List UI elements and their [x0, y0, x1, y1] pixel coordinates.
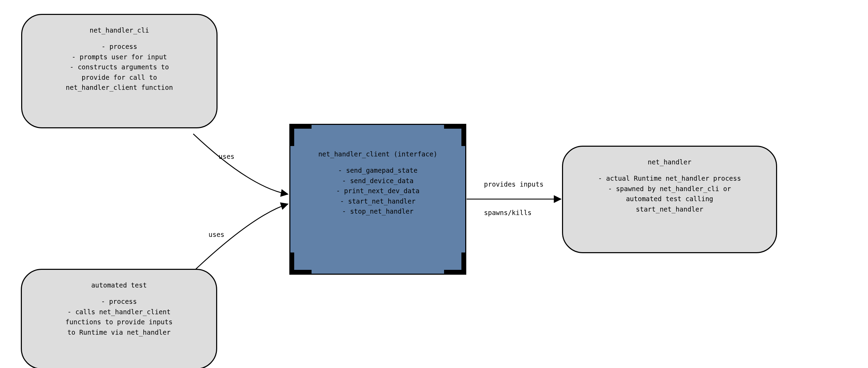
node-handler-title: net_handler	[648, 157, 691, 167]
node-net-handler-client: net_handler_client (interface) - send_ga…	[289, 124, 466, 275]
node-cli-body: - process - prompts user for input - con…	[66, 42, 173, 93]
bracket-icon	[444, 253, 466, 275]
bracket-icon	[289, 253, 312, 275]
edge-label-spawns-kills: spawns/kills	[484, 209, 531, 216]
edge-label-provides-inputs: provides inputs	[484, 180, 544, 188]
bracket-icon	[289, 124, 312, 146]
diagram-canvas: net_handler_cli - process - prompts user…	[0, 0, 868, 368]
node-automated-test: automated test - process - calls net_han…	[21, 269, 217, 368]
edge-cli-to-client	[193, 134, 288, 194]
edge-label-cli-uses: uses	[219, 153, 235, 160]
node-cli-title: net_handler_cli	[90, 25, 149, 35]
node-test-body: - process - calls net_handler_client fun…	[66, 297, 173, 337]
node-handler-body: - actual Runtime net_handler process - s…	[598, 173, 741, 214]
node-test-title: automated test	[91, 280, 147, 290]
node-client-title: net_handler_client (interface)	[318, 149, 437, 159]
node-client-body: - send_gamepad_state - send_device_data …	[336, 165, 419, 216]
node-net-handler: net_handler - actual Runtime net_handler…	[562, 146, 777, 253]
node-net-handler-cli: net_handler_cli - process - prompts user…	[21, 14, 218, 128]
edge-label-test-uses: uses	[209, 231, 224, 238]
bracket-icon	[444, 124, 466, 146]
